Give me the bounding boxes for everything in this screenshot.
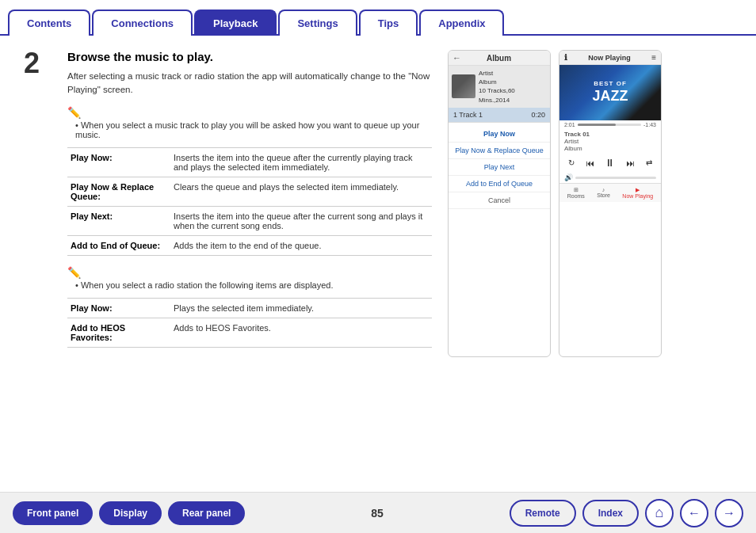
term-play-next: Play Next: [67,206,170,235]
rooms-label: Rooms [567,193,585,199]
rear-panel-button[interactable]: Rear panel [168,501,245,525]
def-play-now: Inserts the item into the queue after th… [170,147,432,177]
step-number: 2 [24,47,52,357]
note2-icon: ✏️ [67,266,81,279]
display-button[interactable]: Display [99,501,162,525]
note1-bullet: • When you select a music track to play … [67,120,432,139]
text-section: Browse the music to play. After selectin… [67,50,432,357]
term-play-now-replace: Play Now & Replace Queue: [67,177,170,206]
shuffle-icon[interactable]: ⇄ [646,158,652,167]
radio-station-options-table: Play Now: Plays the selected item immedi… [67,298,432,348]
track-row: 1 Track 1 0:20 [449,108,550,123]
progress-bar-row: 2:01 -1:43 [559,120,661,129]
volume-icon: 🔊 [564,173,573,181]
album-thumbnail [452,74,475,98]
music-track-options-table: Play Now: Inserts the item into the queu… [67,147,432,256]
volume-bar[interactable] [575,177,656,179]
page-number: 85 [371,507,384,520]
home-button[interactable]: ⌂ [645,499,674,527]
menu-cancel[interactable]: Cancel [449,192,550,209]
pause-icon[interactable]: ⏸ [605,157,615,169]
front-panel-button[interactable]: Front panel [13,501,93,525]
tab-connections[interactable]: Connections [92,10,193,36]
note2-bullet: • When you select a radio station the fo… [67,280,432,290]
track-name: 1 Track 1 [453,111,483,119]
def-add-to-end: Adds the item to the end of the queue. [170,235,432,255]
rooms-icon: ⊞ [567,187,585,193]
phone-mockups: ← Album Artist Album 10 Tracks,60 Mins.,… [448,50,662,357]
tab-settings[interactable]: Settings [278,10,357,36]
table-row: Play Now: Inserts the item into the queu… [67,147,432,177]
now-playing-icon: ▶ [622,187,653,193]
tab-appendix[interactable]: Appendix [419,10,504,36]
tab-navigation: Contents Connections Playback Settings T… [0,0,756,36]
nav-store[interactable]: ♪ Store [597,187,610,199]
note1-icon: ✏️ [67,106,81,119]
table-row: Play Now & Replace Queue: Clears the que… [67,177,432,206]
album-tracks-info: 10 Tracks,60 Mins.,2014 [479,86,547,104]
album-art-line1: BEST OF [594,80,627,88]
store-label: Store [597,192,610,198]
nav-rooms[interactable]: ⊞ Rooms [567,187,585,199]
album-artist: Artist [479,69,547,78]
track-time: 0:20 [531,111,545,119]
now-playing-title: Now Playing [588,54,631,62]
term-play-now: Play Now: [67,147,170,177]
playback-controls: ↻ ⏮ ⏸ ⏭ ⇄ [559,154,661,172]
home-icon: ⌂ [655,504,664,521]
arrow-left-icon: ← [688,506,701,520]
now-playing-track-name: Track 01 [564,131,656,138]
album-text: Artist Album 10 Tracks,60 Mins.,2014 [479,69,547,105]
now-playing-album: Album [564,145,656,152]
back-arrow-icon: ← [452,53,461,63]
left-phone-title: Album [461,54,536,63]
term-add-to-end: Add to End of Queue: [67,235,170,255]
menu-add-to-end[interactable]: Add to End of Queue [449,176,550,192]
progress-bar[interactable] [578,124,641,126]
prev-icon[interactable]: ⏮ [586,158,594,168]
remote-button[interactable]: Remote [510,500,576,527]
menu-play-now-replace[interactable]: Play Now & Replace Queue [449,143,550,159]
next-icon[interactable]: ⏭ [626,158,635,168]
table-row: Play Now: Plays the selected item immedi… [67,298,432,318]
def-play-now-radio: Plays the selected item immediately. [170,298,432,318]
album-name: Album [479,78,547,86]
table-row: Add to End of Queue: Adds the item to th… [67,235,432,255]
arrow-right-icon: → [723,506,735,520]
left-phone-header: ← Album [449,51,550,66]
back-button[interactable]: ← [680,499,708,527]
time-elapsed: 2:01 [564,122,575,128]
menu-play-next[interactable]: Play Next [449,159,550,176]
progress-bar-fill [578,124,616,126]
tab-playback[interactable]: Playback [194,10,277,36]
volume-row: 🔊 [559,172,661,183]
term-add-heos: Add to HEOS Favorites: [67,318,170,347]
info-icon: ℹ [564,53,567,62]
album-art-line2: JAZZ [593,88,628,105]
album-art: BEST OF JAZZ [559,65,661,120]
menu-play-now[interactable]: Play Now [449,126,550,143]
section-title: Browse the music to play. [67,50,432,63]
def-add-heos: Adds to HEOS Favorites. [170,318,432,347]
def-play-now-replace: Clears the queue and plays the selected … [170,177,432,206]
footer-left-buttons: Front panel Display Rear panel [13,501,245,525]
right-phone-mockup: ℹ Now Playing ≡ BEST OF JAZZ 2:01 -1:43 … [559,50,662,357]
album-info-row: Artist Album 10 Tracks,60 Mins.,2014 [449,66,550,108]
section-description: After selecting a music track or radio s… [67,70,432,97]
nav-now-playing[interactable]: ▶ Now Playing [622,187,653,199]
queue-icon: ≡ [651,53,656,62]
now-playing-header: ℹ Now Playing ≡ [559,51,661,65]
repeat-icon[interactable]: ↻ [568,158,575,167]
menu-options: Play Now Play Now & Replace Queue Play N… [449,123,550,212]
term-play-now-radio: Play Now: [67,298,170,318]
index-button[interactable]: Index [582,500,639,527]
footer-right-buttons: Remote Index ⌂ ← → [510,499,743,527]
forward-button[interactable]: → [715,499,743,527]
left-phone-mockup: ← Album Artist Album 10 Tracks,60 Mins.,… [448,50,551,357]
tab-tips[interactable]: Tips [359,10,418,36]
table-row: Play Next: Inserts the item into the que… [67,206,432,235]
footer: Front panel Display Rear panel 85 Remote… [0,492,756,533]
track-meta: Track 01 Artist Album [559,129,661,154]
def-play-next: Inserts the item into the queue after th… [170,206,432,235]
tab-contents[interactable]: Contents [8,10,90,36]
